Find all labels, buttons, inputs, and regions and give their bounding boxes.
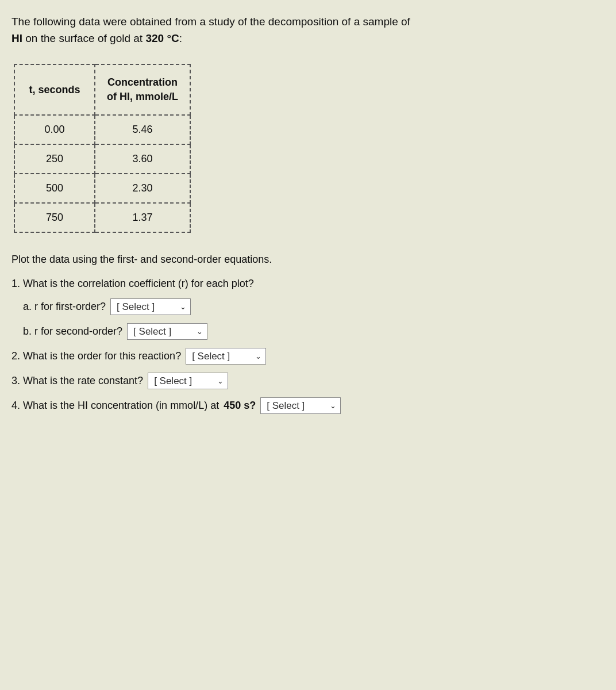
q3-row: 3. What is the rate constant? [ Select ]… (11, 373, 605, 389)
table-cell-t: 500 (14, 174, 95, 203)
table-row: 5002.30 (14, 174, 190, 203)
table-cell-conc: 2.30 (95, 174, 190, 203)
data-table: t, seconds Concentration of HI, mmole/L … (14, 64, 191, 233)
intro-temperature: 320 °C (145, 32, 179, 44)
q2-select-wrapper: [ Select ] ⌄ (186, 348, 266, 365)
intro-paragraph: The following data were obtained from a … (11, 14, 414, 47)
q1a-select[interactable]: [ Select ] (110, 298, 191, 315)
table-cell-t: 250 (14, 144, 95, 174)
q2-label: 2. What is the order for this reaction? (11, 350, 181, 362)
q4-select[interactable]: [ Select ] (260, 397, 341, 414)
table-row: 0.005.46 (14, 115, 190, 144)
col2-header: Concentration of HI, mmole/L (95, 64, 190, 115)
q4-select-wrapper: [ Select ] ⌄ (260, 397, 341, 414)
intro-text-after: on the surface of gold at (22, 32, 145, 44)
col2-header-line1: Concentration (107, 76, 178, 88)
col1-header: t, seconds (14, 64, 95, 115)
q3-select[interactable]: [ Select ] (148, 373, 228, 389)
intro-chemical: HI (11, 32, 22, 44)
q1b-label: b. r for second-order? (23, 325, 122, 338)
table-cell-conc: 3.60 (95, 144, 190, 174)
table-row: 2503.60 (14, 144, 190, 174)
q1a-label: a. r for first-order? (23, 301, 106, 313)
table-cell-t: 0.00 (14, 115, 95, 144)
intro-text-before: The following data were obtained from a … (11, 16, 410, 28)
table-cell-t: 750 (14, 203, 95, 232)
table-cell-conc: 1.37 (95, 203, 190, 232)
questions-section: Plot the data using the first- and secon… (11, 254, 605, 414)
plot-instruction: Plot the data using the first- and secon… (11, 254, 605, 266)
q4-time-bold: 450 s? (224, 400, 256, 412)
q3-label: 3. What is the rate constant? (11, 375, 143, 387)
q2-row: 2. What is the order for this reaction? … (11, 348, 605, 365)
intro-suffix: : (179, 32, 182, 44)
q1b-row: b. r for second-order? [ Select ] ⌄ (23, 323, 605, 340)
q1a-row: a. r for first-order? [ Select ] ⌄ (23, 298, 605, 315)
q2-select[interactable]: [ Select ] (186, 348, 266, 365)
q1b-select[interactable]: [ Select ] (127, 323, 207, 340)
question-1-group: 1. What is the correlation coefficient (… (11, 276, 605, 340)
q1b-select-wrapper: [ Select ] ⌄ (127, 323, 207, 340)
q4-label: 4. What is the HI concentration (in mmol… (11, 400, 219, 412)
table-row: 7501.37 (14, 203, 190, 232)
col2-header-line2: of HI, mmole/L (107, 91, 178, 102)
q4-row: 4. What is the HI concentration (in mmol… (11, 397, 605, 414)
table-cell-conc: 5.46 (95, 115, 190, 144)
q3-select-wrapper: [ Select ] ⌄ (148, 373, 228, 389)
q1-label: 1. What is the correlation coefficient (… (11, 276, 605, 292)
q1a-select-wrapper: [ Select ] ⌄ (110, 298, 191, 315)
table-header-row: t, seconds Concentration of HI, mmole/L (14, 64, 190, 115)
